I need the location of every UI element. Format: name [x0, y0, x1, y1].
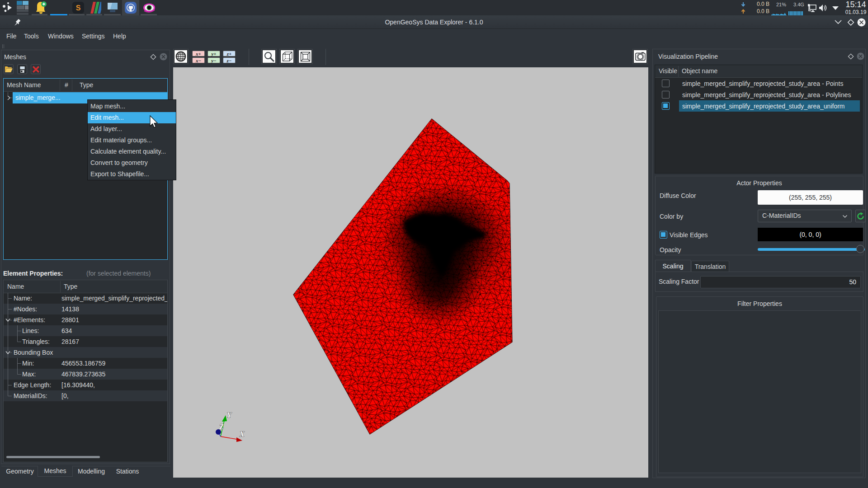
svg-text:Z: Z — [219, 423, 224, 431]
svg-text:X: X — [239, 430, 245, 438]
svg-text:S: S — [76, 4, 81, 12]
svg-text:Y: Y — [227, 411, 232, 419]
